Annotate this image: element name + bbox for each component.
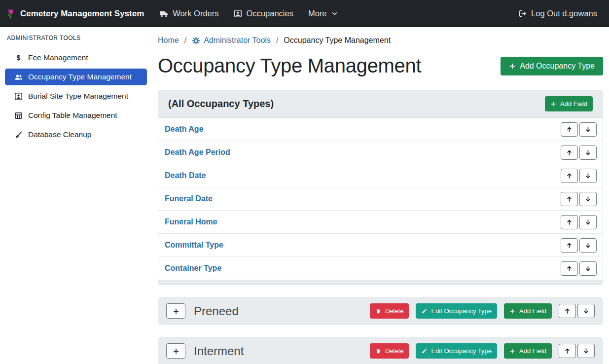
move-up-button[interactable]	[561, 215, 578, 229]
section-title: Preneed	[194, 304, 361, 318]
chevron-down-icon	[331, 10, 338, 17]
add-field-button[interactable]: Add Field	[504, 343, 552, 359]
reorder-buttons	[559, 344, 595, 358]
logout-link[interactable]: Log Out d.gowans	[518, 9, 597, 18]
delete-label: Delete	[385, 307, 404, 315]
occupancy-type-section: Interment Delete Edit Occupancy Type Add…	[158, 337, 603, 364]
add-field-label: Add Field	[519, 347, 546, 355]
move-down-button[interactable]	[577, 304, 595, 318]
sidebar-item-label: Occupancy Type Management	[28, 73, 132, 81]
field-row: Funeral Date	[158, 187, 603, 211]
field-link[interactable]: Funeral Date	[165, 194, 213, 203]
field-link[interactable]: Container Type	[165, 264, 221, 273]
occupancy-type-section: Preneed Delete Edit Occupancy Type Add F…	[158, 297, 603, 325]
logout-label: Log Out d.gowans	[531, 9, 597, 18]
sidebar-item-label: Fee Management	[28, 53, 88, 62]
sidebar-item[interactable]: Config Table Management	[5, 107, 147, 124]
move-up-button[interactable]	[561, 122, 578, 137]
arrow-up-icon	[566, 149, 573, 156]
sidebar-item-label: Config Table Management	[28, 111, 117, 120]
move-down-button[interactable]	[579, 238, 597, 253]
arrow-down-icon	[585, 196, 591, 202]
field-link[interactable]: Death Date	[165, 171, 206, 180]
card-title: (All Occupancy Types)	[168, 98, 274, 109]
sidebar-item[interactable]: Occupancy Type Management	[5, 69, 147, 85]
field-row: Committal Type	[158, 234, 603, 257]
person-frame-icon	[234, 9, 242, 18]
arrow-up-icon	[566, 242, 573, 249]
nav-occupancies-label: Occupancies	[247, 9, 293, 18]
title-row: Occupancy Type Management Add Occupancy …	[158, 55, 603, 77]
sidebar: ADMINISTRATOR TOOLS Fee Management Occup…	[0, 27, 152, 364]
edit-occupancy-type-button[interactable]: Edit Occupancy Type	[416, 303, 497, 319]
field-link[interactable]: Death Age	[165, 125, 204, 134]
plus-icon	[509, 308, 515, 314]
move-up-button[interactable]	[561, 146, 578, 160]
move-down-button[interactable]	[579, 192, 597, 206]
arrow-down-icon	[585, 126, 591, 133]
arrow-up-icon	[566, 173, 573, 179]
nav-work-orders-label: Work Orders	[173, 9, 218, 18]
arrow-up-icon	[564, 308, 571, 314]
dollar-icon	[14, 54, 23, 62]
move-down-button[interactable]	[579, 122, 597, 137]
move-down-button[interactable]	[577, 344, 595, 358]
card-footer	[158, 280, 603, 285]
sidebar-item[interactable]: Fee Management	[5, 49, 147, 66]
add-occupancy-type-button[interactable]: Add Occupancy Type	[501, 57, 603, 75]
move-up-button[interactable]	[561, 169, 578, 183]
sidebar-item-label: Database Cleanup	[28, 130, 91, 139]
breadcrumb-current: Occupancy Type Management	[284, 36, 391, 45]
delete-button[interactable]: Delete	[370, 343, 409, 359]
move-up-button[interactable]	[559, 344, 576, 358]
move-up-button[interactable]	[561, 261, 578, 276]
breadcrumb: Home / Administrator Tools / Occupancy T…	[158, 36, 603, 45]
arrow-down-icon	[583, 348, 589, 354]
reorder-buttons	[561, 215, 597, 229]
move-down-button[interactable]	[579, 261, 597, 276]
sidebar-item[interactable]: Database Cleanup	[5, 126, 147, 143]
brand[interactable]: Cemetery Management System	[6, 7, 144, 20]
expand-section-button[interactable]	[166, 343, 185, 359]
arrow-up-icon	[566, 126, 573, 133]
users-icon	[14, 73, 23, 81]
section-actions: Delete Edit Occupancy Type Add Field	[370, 343, 595, 359]
arrow-up-icon	[566, 196, 573, 202]
move-down-button[interactable]	[579, 146, 597, 160]
reorder-buttons	[559, 304, 595, 318]
breadcrumb-separator: /	[276, 36, 278, 45]
breadcrumb-home-link[interactable]: Home	[158, 36, 179, 45]
edit-occupancy-type-button[interactable]: Edit Occupancy Type	[416, 343, 497, 359]
table-icon	[14, 111, 23, 120]
expand-section-button[interactable]	[166, 303, 185, 319]
arrow-down-icon	[585, 149, 591, 156]
card-header: (All Occupancy Types) Add Field	[158, 90, 603, 118]
move-up-button[interactable]	[561, 238, 578, 253]
nav-work-orders[interactable]: Work Orders	[160, 9, 218, 18]
main-content: Home / Administrator Tools / Occupancy T…	[152, 27, 609, 364]
nav-more-label: More	[308, 9, 327, 18]
all-occupancy-types-card: (All Occupancy Types) Add Field Death Ag…	[158, 90, 603, 285]
sidebar-item-label: Burial Site Type Management	[28, 92, 128, 101]
arrow-down-icon	[585, 219, 591, 225]
delete-button[interactable]: Delete	[370, 303, 409, 319]
move-down-button[interactable]	[579, 215, 597, 229]
field-link[interactable]: Death Age Period	[165, 148, 230, 157]
breadcrumb-admin-tools-link[interactable]: Administrator Tools	[192, 36, 271, 45]
add-field-button[interactable]: Add Field	[504, 303, 552, 319]
add-field-button[interactable]: Add Field	[545, 96, 593, 111]
breadcrumb-admin-tools-label: Administrator Tools	[204, 36, 271, 45]
sidebar-item[interactable]: Burial Site Type Management	[5, 88, 147, 105]
field-link[interactable]: Committal Type	[165, 241, 223, 250]
move-down-button[interactable]	[579, 169, 597, 183]
main-nav: Work Orders Occupancies More	[160, 9, 337, 18]
arrow-down-icon	[585, 242, 591, 249]
page-title: Occupancy Type Management	[158, 55, 421, 77]
nav-more[interactable]: More	[308, 9, 338, 18]
move-up-button[interactable]	[561, 192, 578, 206]
arrow-down-icon	[585, 173, 591, 179]
move-up-button[interactable]	[559, 304, 576, 318]
add-field-label: Add Field	[519, 307, 546, 315]
nav-occupancies[interactable]: Occupancies	[234, 9, 293, 18]
field-link[interactable]: Funeral Home	[165, 218, 217, 226]
